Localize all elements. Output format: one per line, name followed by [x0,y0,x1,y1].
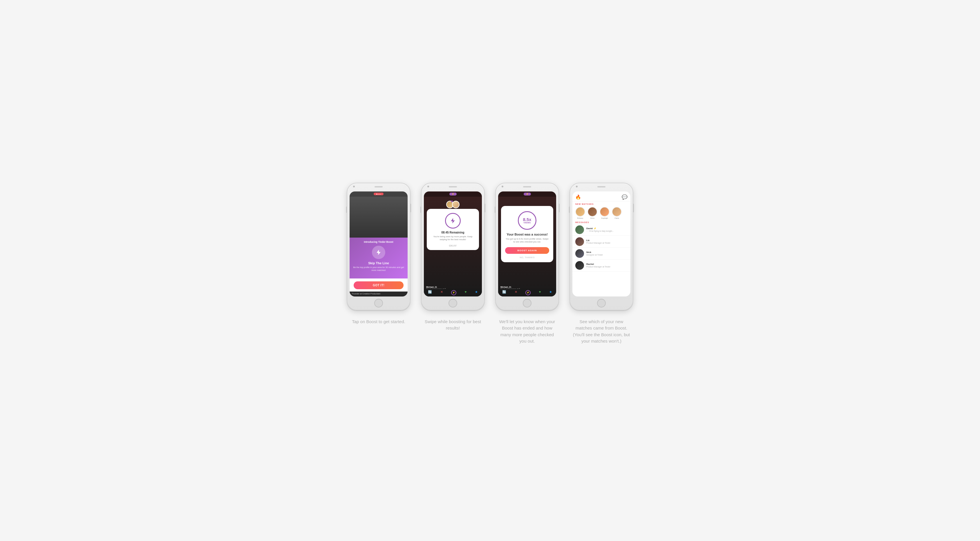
phone1-container: ●—— Introducing Tinder Boost Skip The Li… [347,183,410,325]
timer-circle [445,213,461,229]
no-thanks-button[interactable]: NO, THANKS [520,256,535,259]
match-claire[interactable]: Claire [612,207,622,219]
rachel-name: Rachel [586,263,627,266]
erica-avatar [587,207,597,217]
caption2: Swipe while boosting for best results! [424,318,482,331]
phone4-frame: 🔥 💬 NEW MATCHES Brittany Erica [570,183,633,310]
lightning-icon [450,218,456,224]
views-label: VIEWS [523,222,531,224]
phone4-header: 🔥 💬 [573,191,630,201]
phone3-toggle[interactable]: ⚡ [523,193,531,196]
side-button-left-2 [420,207,421,213]
superlike-icon-3[interactable]: ★ [549,290,552,295]
new-matches-label: NEW MATCHES [575,203,627,205]
phone4-home-btn[interactable] [597,299,606,307]
rachel-text: Product Manager at Tinder [586,266,627,268]
message-nick[interactable]: Nick Designer at Tinder [573,248,630,259]
phone4-screen: 🔥 💬 NEW MATCHES Brittany Erica [573,191,630,296]
phone2-speaker [449,186,457,188]
phone1-bottom-nav: 🔄 ✕ ⚡ ♥ ★ [350,296,407,296]
side-button-right [410,204,411,212]
claire-avatar [612,207,622,217]
phone3-camera [502,186,503,188]
caption1: Tap on Boost to get started. [352,318,405,325]
david-lightning-icon: ⚡ [593,227,597,230]
rachel-avatar [575,261,584,270]
erica-name: Erica [590,217,595,219]
phone2-screen: ⚡ ♥ 08:45 Remaining You're bein [424,191,482,296]
match-brittany[interactable]: Brittany [575,207,585,219]
match-erica[interactable]: Erica [587,207,597,219]
side-button-right-3 [559,204,560,212]
david-text: ← I'll be flying to Italy tonight... [586,230,627,232]
phone1-desc: Be the top profile in your area for 30 m… [353,266,404,272]
phone3-screen: ⚡ 8.5x VIEWS Your Boost was a success! Y… [498,191,556,296]
phone1-screen: ●—— Introducing Tinder Boost Skip The Li… [350,191,407,296]
liz-text: Product Manager at Tinder [586,242,627,244]
chat-icon[interactable]: 💬 [622,194,627,200]
nope-icon-3[interactable]: ✕ [515,290,517,295]
phone3-success-modal: 8.5x VIEWS Your Boost was a success! You… [501,206,553,262]
side-button-left-4 [569,207,570,213]
david-content: David ⚡ ← I'll be flying to Italy tonigh… [586,227,627,232]
avatar-pair: ♥ [424,197,482,208]
rachel-content: Rachel Product Manager at Tinder [586,263,627,268]
views-number: 8.5x [523,217,531,222]
david-avatar [575,225,584,234]
phone2-frame: ⚡ ♥ 08:45 Remaining You're bein [421,183,485,310]
phone2-home-btn[interactable] [449,299,457,307]
liz-content: Liz Product Manager at Tinder [586,239,627,244]
purple-heart-icon: ♥ [450,199,453,204]
phone2-toggle[interactable]: ⚡ [449,193,457,196]
phone2-modal-desc: You're being seen by more people. Keep s… [431,235,475,241]
phone4-camera [576,186,578,188]
okay-button[interactable]: OKAY [449,244,457,247]
new-matches-section: NEW MATCHES Brittany Erica Kayleigh [573,201,630,220]
messages-label: MESSAGES [573,220,630,224]
rewind-icon-2[interactable]: 🔄 [428,290,432,295]
phone2-camera [427,186,429,188]
phone2-bottom-nav: 🔄 ✕ ⚡ ♥ ★ [424,289,482,296]
phone1-camera [353,186,355,188]
match-kayleigh[interactable]: Kayleigh [600,207,609,219]
phone1-home-btn[interactable] [374,299,383,307]
phone3-speaker [523,186,531,188]
phone1-frame: ●—— Introducing Tinder Boost Skip The Li… [347,183,410,310]
side-button-right-4 [633,204,634,212]
boost-active-icon[interactable]: ⚡ [451,290,457,295]
phone3-home-btn[interactable] [523,299,531,307]
phone2-container: ⚡ ♥ 08:45 Remaining You're bein [421,183,485,331]
boost-icon-3[interactable]: ⚡ [525,290,531,295]
like-icon-2[interactable]: ♥ [465,290,467,295]
claire-name: Claire [614,217,619,219]
phone4-speaker [597,186,606,188]
tinder-toggle[interactable]: ●—— [374,193,383,195]
message-liz[interactable]: Liz Product Manager at Tinder [573,236,630,248]
david-name: David ⚡ [586,227,627,230]
phones-row: ●—— Introducing Tinder Boost Skip The Li… [347,183,633,345]
kayleigh-avatar [600,207,609,217]
phone2-modal: 08:45 Remaining You're being seen by mor… [427,209,479,250]
views-circle: 8.5x VIEWS [518,211,536,230]
liz-name: Liz [586,239,627,242]
caption4: See which of your new matches came from … [573,318,630,345]
phone1-headline: Skip The Line [368,261,389,265]
message-rachel[interactable]: Rachel Product Manager at Tinder [573,259,630,272]
avatar-right [452,201,460,208]
phone3-bottom-nav: 🔄 ✕ ⚡ ♥ ★ [498,289,556,296]
like-icon-3[interactable]: ♥ [539,290,541,295]
success-title: Your Boost was a success! [506,232,548,236]
phone1-modal-title: Introducing Tinder Boost [364,240,393,243]
rewind-icon-3[interactable]: 🔄 [502,290,506,295]
boost-again-button[interactable]: BOOST AGAIN [505,247,549,254]
nope-icon-2[interactable]: ✕ [441,290,443,295]
caption3: We'll let you know when your Boost has e… [498,318,556,345]
nick-content: Nick Designer at Tinder [586,251,627,256]
tinder-flame-icon[interactable]: 🔥 [575,194,581,200]
nick-text: Designer at Tinder [586,254,627,256]
phone4-container: 🔥 💬 NEW MATCHES Brittany Erica [570,183,633,345]
superlike-icon-2[interactable]: ★ [475,290,478,295]
message-david[interactable]: David ⚡ ← I'll be flying to Italy tonigh… [573,224,630,236]
kayleigh-name: Kayleigh [601,217,608,219]
got-it-button[interactable]: GOT IT! [354,282,404,289]
